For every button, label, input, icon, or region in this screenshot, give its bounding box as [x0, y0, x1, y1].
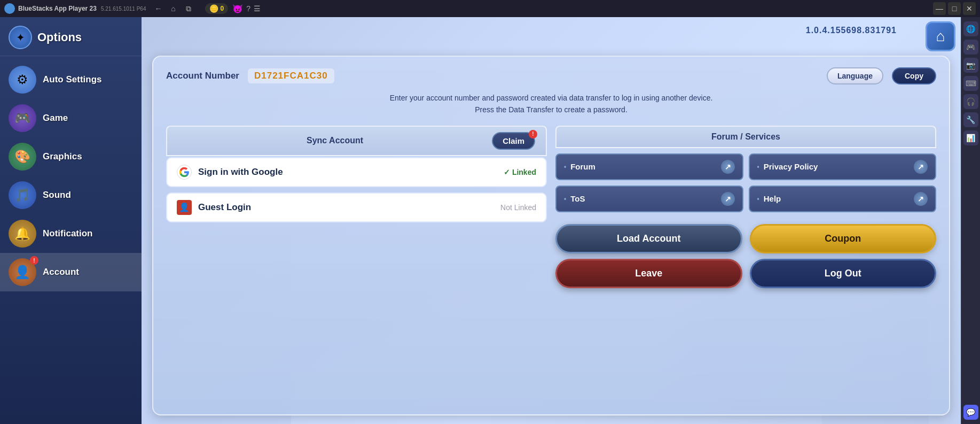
tos-btn-text: ToS [570, 194, 585, 203]
help-btn-label: • Help [757, 194, 781, 203]
help-button[interactable]: • Help ↗ [749, 186, 937, 212]
right-sidebar: 🌐 🎮 📷 ⌨ 🎧 🔧 📊 💬 [961, 17, 980, 424]
claim-button[interactable]: Claim ! [492, 132, 535, 150]
sidebar-icon-keyboard[interactable]: ⌨ [963, 76, 978, 91]
privacy-dot: • [757, 163, 759, 171]
claim-badge: ! [529, 130, 537, 138]
secondary-action-buttons: Leave Log Out [555, 259, 936, 288]
sound-icon: 🎵 [9, 181, 36, 209]
tos-btn-label: • ToS [564, 194, 585, 203]
main-content: 1.0.4.155698.831791 ⌂ Account Number D17… [142, 17, 961, 424]
tos-arrow-icon: ↗ [721, 192, 735, 206]
google-linked-status: ✓ Linked [504, 168, 536, 176]
description-text: Enter your account number and password c… [166, 92, 936, 116]
privacy-policy-btn-label: • Privacy Policy [757, 162, 818, 171]
forum-btn-label: • Forum [564, 162, 595, 171]
sidebar-item-label-sound: Sound [43, 190, 71, 201]
help-btn-text: Help [764, 194, 781, 203]
forum-services-header: Forum / Services [555, 126, 936, 148]
sidebar-icon-headset[interactable]: 🎧 [963, 94, 978, 109]
sidebar-menu: ⚙ Auto Settings 🎮 Game 🎨 Graphics 🎵 Soun… [0, 56, 142, 424]
sidebar-item-account[interactable]: 👤 ! Account [0, 253, 142, 291]
privacy-policy-button[interactable]: • Privacy Policy ↗ [749, 153, 937, 180]
coupon-button[interactable]: Coupon [750, 224, 937, 253]
sidebar-item-label-graphics: Graphics [43, 151, 82, 162]
game-icon: 🎮 [9, 104, 36, 132]
forum-grid: • Forum ↗ • Privacy Policy ↗ [555, 153, 936, 212]
leave-button[interactable]: Leave [555, 259, 742, 288]
coin-display: 🪙 0 [205, 3, 229, 14]
privacy-policy-btn-text: Privacy Policy [764, 162, 818, 171]
auto-settings-icon: ⚙ [9, 66, 36, 94]
sidebar-icon-controller[interactable]: 🎮 [963, 40, 978, 55]
tos-dot: • [564, 195, 566, 203]
load-account-button[interactable]: Load Account [555, 224, 742, 253]
coin-icon: 🪙 [209, 4, 218, 13]
account-number-value: D1721FCA1C30 [248, 68, 334, 83]
coin-count: 0 [221, 5, 224, 12]
version-number: 1.0.4.155698.831791 [806, 26, 897, 35]
description-line1: Enter your account number and password c… [390, 94, 713, 102]
primary-action-buttons: Load Account Coupon [555, 224, 936, 253]
privacy-arrow-icon: ↗ [914, 160, 928, 174]
discord-icon[interactable]: 💬 [963, 405, 978, 420]
guest-login-option[interactable]: 👤 Guest Login Not Linked [166, 192, 547, 222]
forum-services-label: Forum / Services [711, 132, 780, 141]
sidebar-item-notification[interactable]: 🔔 Notification [0, 214, 142, 253]
home-icon-btn[interactable]: ⌂ [926, 21, 955, 51]
sidebar-icon-camera[interactable]: 📷 [963, 58, 978, 73]
tos-button[interactable]: • ToS ↗ [555, 186, 743, 212]
linked-text: Linked [512, 168, 536, 176]
help-arrow-icon: ↗ [914, 192, 928, 206]
google-login-option[interactable]: Sign in with Google ✓ Linked [166, 157, 547, 187]
graphics-icon: 🎨 [9, 143, 36, 171]
logout-button[interactable]: Log Out [750, 259, 937, 288]
sync-account-section: Sync Account Claim ! [166, 126, 547, 288]
notification-icon: 🔔 [9, 220, 36, 248]
sidebar-item-label-game: Game [43, 113, 68, 124]
checkmark-icon: ✓ [504, 168, 510, 176]
sidebar-item-auto-settings[interactable]: ⚙ Auto Settings [0, 60, 142, 99]
sidebar-item-label-notification: Notification [43, 228, 93, 239]
left-sidebar: ✦ Options ⚙ Auto Settings 🎮 Game 🎨 Graph… [0, 17, 142, 424]
nav-duplicate-btn[interactable]: ⧉ [183, 3, 194, 14]
sidebar-item-game[interactable]: 🎮 Game [0, 99, 142, 137]
google-login-label: Sign in with Google [198, 167, 497, 178]
title-bar: BlueStacks App Player 23 5.21.615.1011 P… [0, 0, 980, 17]
sidebar-item-sound[interactable]: 🎵 Sound [0, 176, 142, 214]
nav-home-btn[interactable]: ⌂ [168, 3, 179, 14]
guest-login-label: Guest Login [198, 202, 494, 213]
copy-button[interactable]: Copy [892, 67, 936, 84]
claim-btn-label: Claim [503, 136, 524, 145]
google-icon [177, 165, 192, 180]
sidebar-icon-settings[interactable]: 🔧 [963, 112, 978, 127]
sidebar-item-graphics[interactable]: 🎨 Graphics [0, 137, 142, 176]
help-dot: • [757, 195, 759, 203]
guest-not-linked-status: Not Linked [500, 203, 536, 212]
sync-account-label: Sync Account [178, 136, 492, 145]
sidebar-item-label-account: Account [43, 267, 79, 277]
forum-dot: • [564, 163, 566, 171]
bluestacks-logo [4, 3, 15, 14]
forum-btn-text: Forum [570, 162, 595, 171]
nav-back-btn[interactable]: ← [153, 3, 164, 14]
window-controls: — □ ✕ [933, 2, 976, 15]
nav-controls: ← ⌂ ⧉ [153, 3, 194, 14]
account-badge: ! [30, 256, 38, 265]
maximize-btn[interactable]: □ [948, 2, 961, 15]
sidebar-icon-globe[interactable]: 🌐 [963, 21, 978, 36]
minimize-btn[interactable]: — [933, 2, 946, 15]
two-col-layout: Sync Account Claim ! [166, 126, 936, 288]
sidebar-item-label-auto-settings: Auto Settings [43, 74, 102, 85]
options-panel: Account Number D1721FCA1C30 Language Cop… [152, 56, 950, 415]
guest-icon: 👤 [177, 200, 192, 215]
options-title: Options [37, 30, 82, 44]
forum-button[interactable]: • Forum ↗ [555, 153, 743, 180]
account-number-label: Account Number [166, 71, 239, 81]
close-btn[interactable]: ✕ [963, 2, 976, 15]
description-line2: Press the Data Transfer to create a pass… [475, 105, 628, 114]
language-button[interactable]: Language [827, 67, 883, 84]
forum-services-section: Forum / Services • Forum ↗ • P [555, 126, 936, 288]
sidebar-icon-chart[interactable]: 📊 [963, 130, 978, 145]
app-name: BlueStacks App Player 23 [18, 5, 97, 12]
